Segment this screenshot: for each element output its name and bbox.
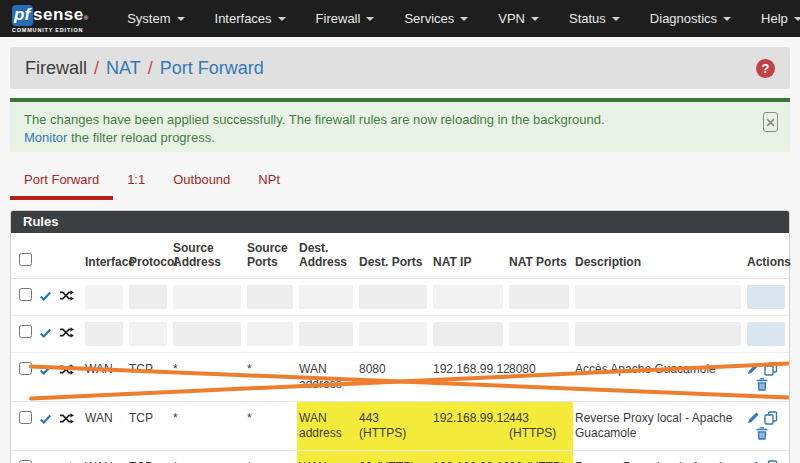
- alert-message: The changes have been applied successful…: [24, 112, 605, 127]
- pencil-icon: [747, 411, 760, 424]
- logo-registered-mark: ®: [84, 15, 88, 21]
- help-icon[interactable]: ?: [756, 59, 775, 78]
- col-nat-ip: NAT IP: [431, 233, 507, 279]
- cell-dest-ports-highlighted: 80 (HTTP): [357, 451, 431, 463]
- linked-rule-shuffle-icon[interactable]: [59, 363, 74, 376]
- cell-description: Reverse Proxy local - Apache Guacamole: [573, 451, 745, 463]
- redacted-content: [747, 322, 785, 346]
- tab-port-forward[interactable]: Port Forward: [10, 162, 113, 200]
- edit-rule-button[interactable]: [747, 411, 760, 425]
- cell-nat-ports-highlighted: 80 (HTTP): [507, 451, 573, 463]
- chevron-down-icon: [794, 17, 800, 21]
- copy-rule-button[interactable]: [764, 362, 778, 376]
- breadcrumb-separator: /: [148, 58, 153, 79]
- delete-rule-button[interactable]: [756, 378, 768, 391]
- row-checkbox[interactable]: [19, 325, 32, 338]
- table-header-row: Interface Protocol Source Address Source…: [11, 233, 789, 279]
- close-icon: [766, 118, 775, 127]
- nav-item-label: Interfaces: [215, 11, 272, 26]
- cell-dest-ports-highlighted: 443 (HTTPS): [357, 402, 431, 451]
- pfsense-logo[interactable]: pfsense® COMMUNITY EDITION: [12, 5, 88, 33]
- cell-nat-ip: 192.168.99.12: [431, 353, 507, 402]
- cell-source-ports: *: [245, 402, 297, 451]
- nav-item-help[interactable]: Help: [748, 5, 800, 32]
- row-checkbox[interactable]: [19, 288, 32, 301]
- row-checkbox[interactable]: [19, 411, 32, 424]
- redacted-content: [509, 285, 569, 309]
- breadcrumb-link-port-forward[interactable]: Port Forward: [160, 58, 264, 79]
- nav-item-status[interactable]: Status: [556, 5, 633, 32]
- tab-outbound[interactable]: Outbound: [159, 162, 244, 196]
- col-interface: Interface: [83, 233, 127, 279]
- nav-item-label: Firewall: [316, 11, 361, 26]
- cell-protocol: TCP: [127, 353, 171, 402]
- redacted-content: [85, 322, 123, 346]
- logo-pf-mark: pf: [12, 5, 33, 26]
- col-nat-ports: NAT Ports: [507, 233, 573, 279]
- logo-edition-label: COMMUNITY EDITION: [12, 27, 88, 33]
- cell-description: Accès Apache Guacamole: [573, 353, 745, 402]
- redacted-content: [173, 322, 241, 346]
- redacted-content: [575, 322, 741, 346]
- redacted-content: [359, 322, 427, 346]
- copy-rule-button[interactable]: [764, 411, 778, 425]
- col-dest-ports: Dest. Ports: [357, 233, 431, 279]
- tab-npt[interactable]: NPt: [244, 162, 294, 196]
- monitor-link[interactable]: Monitor: [24, 130, 67, 145]
- redacted-content: [247, 285, 293, 309]
- redacted-content: [85, 285, 123, 309]
- logo-sense-text: sense: [33, 5, 84, 25]
- cell-protocol: TCP: [127, 402, 171, 451]
- cell-source-address: *: [171, 402, 245, 451]
- breadcrumb-section: Firewall: [25, 58, 87, 79]
- nav-item-label: System: [127, 11, 170, 26]
- cell-interface: WAN: [83, 451, 127, 463]
- linked-rule-shuffle-icon[interactable]: [59, 289, 74, 302]
- col-dest-address: Dest. Address: [297, 233, 357, 279]
- nav-item-services[interactable]: Services: [391, 5, 481, 32]
- top-navbar: pfsense® COMMUNITY EDITION System Interf…: [0, 0, 800, 37]
- nav-item-vpn[interactable]: VPN: [485, 5, 552, 32]
- alert-close-button[interactable]: [763, 112, 778, 132]
- rules-panel: Rules Interface Protocol Source Address …: [10, 210, 790, 463]
- rule-enabled-check-icon[interactable]: [39, 413, 52, 425]
- redacted-content: [747, 285, 785, 309]
- chevron-down-icon: [612, 17, 620, 21]
- rule-enabled-check-icon[interactable]: [39, 364, 52, 376]
- table-row-redacted: [11, 316, 789, 353]
- nav-menu: System Interfaces Firewall Services VPN …: [114, 5, 800, 32]
- nav-item-label: VPN: [498, 11, 525, 26]
- redacted-content: [173, 285, 241, 309]
- redacted-content: [247, 322, 293, 346]
- tab-1to1[interactable]: 1:1: [113, 162, 159, 196]
- redacted-content: [129, 322, 167, 346]
- nav-item-label: Services: [404, 11, 454, 26]
- edit-rule-button[interactable]: [747, 362, 760, 376]
- delete-rule-button[interactable]: [756, 427, 768, 440]
- nav-item-system[interactable]: System: [114, 5, 197, 32]
- table-row-80: WAN TCP * * WAN address 80 (HTTP) 192.16…: [11, 451, 789, 463]
- linked-rule-shuffle-icon[interactable]: [59, 412, 74, 425]
- nav-item-firewall[interactable]: Firewall: [303, 5, 388, 32]
- pencil-icon: [747, 362, 760, 375]
- table-row-8080: WAN TCP * * WAN address 8080 192.168.99.…: [11, 353, 789, 402]
- rules-table: Interface Protocol Source Address Source…: [11, 233, 789, 463]
- breadcrumb: Firewall / NAT / Port Forward ?: [10, 47, 790, 89]
- redacted-content: [129, 285, 167, 309]
- nav-item-interfaces[interactable]: Interfaces: [202, 5, 299, 32]
- nat-tabs: Port Forward 1:1 Outbound NPt: [10, 162, 790, 204]
- cell-nat-ip-highlighted: 192.168.99.12: [431, 451, 507, 463]
- cell-dest-ports: 8080: [357, 353, 431, 402]
- row-checkbox[interactable]: [19, 362, 32, 375]
- linked-rule-shuffle-icon[interactable]: [59, 326, 74, 339]
- cell-dest-address: WAN address: [297, 353, 357, 402]
- cell-source-ports: *: [245, 451, 297, 463]
- col-source-ports: Source Ports: [245, 233, 297, 279]
- nav-item-diagnostics[interactable]: Diagnostics: [637, 5, 744, 32]
- redacted-content: [359, 285, 427, 309]
- cell-dest-address-highlighted: WAN address: [297, 402, 357, 451]
- rule-enabled-check-icon[interactable]: [39, 327, 52, 339]
- rule-enabled-check-icon[interactable]: [39, 290, 52, 302]
- breadcrumb-link-nat[interactable]: NAT: [106, 58, 141, 79]
- select-all-checkbox[interactable]: [19, 253, 32, 266]
